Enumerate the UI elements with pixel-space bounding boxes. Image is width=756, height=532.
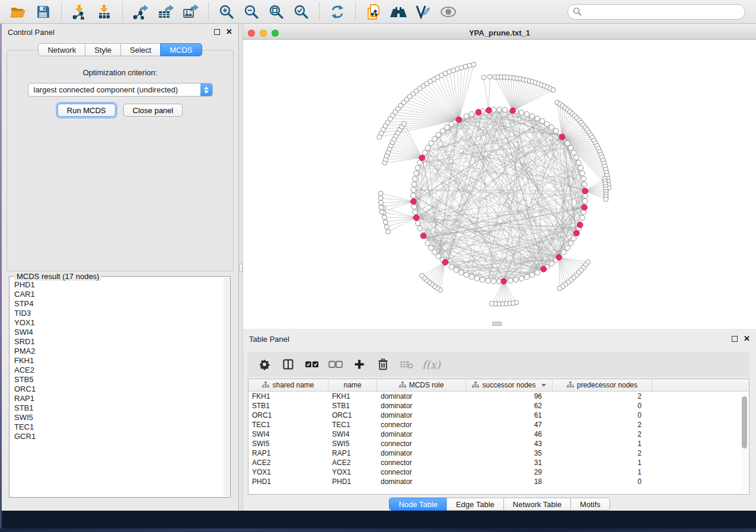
table-scrollbar-thumb[interactable] xyxy=(742,396,747,448)
satellite-node[interactable] xyxy=(378,200,383,205)
splitter-handle[interactable] xyxy=(240,264,243,272)
ring-node[interactable] xyxy=(571,150,576,155)
search-input[interactable] xyxy=(585,7,740,16)
satellite-node[interactable] xyxy=(383,220,388,225)
column-header-predecessor-nodes[interactable]: predecessor nodes xyxy=(553,379,652,391)
mcds-result-item[interactable]: STB5 xyxy=(14,375,223,384)
satellite-node[interactable] xyxy=(384,225,389,229)
ring-node[interactable] xyxy=(411,193,416,198)
mcds-result-item[interactable]: PMA2 xyxy=(14,347,223,356)
ring-node[interactable] xyxy=(464,273,469,278)
float-panel-icon[interactable] xyxy=(214,29,220,35)
unselect-all-columns-button[interactable] xyxy=(327,355,344,373)
show-columns-button[interactable] xyxy=(279,355,297,373)
ring-node[interactable] xyxy=(582,182,587,187)
column-header-shared-name[interactable]: shared name xyxy=(248,379,328,391)
ring-node[interactable] xyxy=(491,278,496,284)
close-panel-icon[interactable]: ✕ xyxy=(744,336,750,342)
ring-node[interactable] xyxy=(574,155,579,161)
satellite-node[interactable] xyxy=(419,273,424,278)
ring-node[interactable] xyxy=(469,111,474,117)
satellite-node[interactable] xyxy=(378,196,383,200)
mcds-hub-node[interactable] xyxy=(420,233,426,239)
ring-node[interactable] xyxy=(544,121,550,127)
table-row[interactable]: ACE2ACE2connector311 xyxy=(248,458,749,467)
ring-node[interactable] xyxy=(436,254,441,259)
table-row[interactable]: FKH1FKH1dominator962 xyxy=(248,392,749,401)
ring-node[interactable] xyxy=(425,241,430,246)
ring-node[interactable] xyxy=(568,145,573,150)
float-panel-icon[interactable] xyxy=(732,336,738,342)
mcds-result-item[interactable]: FKH1 xyxy=(14,356,223,366)
ring-node[interactable] xyxy=(417,226,423,231)
mcds-result-item[interactable]: TID3 xyxy=(14,309,223,318)
mcds-result-item[interactable]: STP4 xyxy=(14,299,223,309)
mcds-result-item[interactable]: ACE2 xyxy=(14,366,223,375)
column-header-successor-nodes[interactable]: successor nodes xyxy=(466,379,553,391)
tab-style[interactable]: Style xyxy=(85,43,121,56)
mcds-result-item[interactable]: CAR1 xyxy=(14,290,223,299)
ring-node[interactable] xyxy=(535,116,540,121)
ring-node[interactable] xyxy=(412,210,417,215)
ring-node[interactable] xyxy=(582,198,588,204)
sort-chevron-icon[interactable] xyxy=(541,384,546,387)
ring-node[interactable] xyxy=(432,136,438,142)
ring-node[interactable] xyxy=(562,249,567,255)
tab-edge-table[interactable]: Edge Table xyxy=(446,498,504,511)
mcds-hub-node[interactable] xyxy=(577,222,583,228)
network-overview-button[interactable] xyxy=(388,3,409,21)
ring-node[interactable] xyxy=(508,278,513,283)
save-session-button[interactable] xyxy=(33,3,53,21)
zoom-fit-button[interactable] xyxy=(266,3,286,21)
ring-node[interactable] xyxy=(415,165,420,171)
mcds-result-item[interactable]: TEC1 xyxy=(14,422,223,432)
ring-node[interactable] xyxy=(436,132,441,137)
mcds-hub-node[interactable] xyxy=(559,134,565,140)
delete-columns-button[interactable] xyxy=(374,355,392,373)
ring-node[interactable] xyxy=(502,107,508,113)
import-table-button[interactable] xyxy=(94,3,114,21)
ring-node[interactable] xyxy=(425,145,430,150)
export-table-button[interactable] xyxy=(155,3,176,21)
ring-node[interactable] xyxy=(580,215,585,220)
mcds-hub-node[interactable] xyxy=(501,278,507,284)
ring-node[interactable] xyxy=(524,274,529,280)
table-row[interactable]: TEC1TEC1connector472 xyxy=(248,420,749,430)
satellite-node[interactable] xyxy=(604,197,608,201)
satellite-node[interactable] xyxy=(378,191,383,196)
ring-node[interactable] xyxy=(513,277,519,283)
mcds-result-item[interactable]: PHD1 xyxy=(14,280,223,290)
table-row[interactable]: ORC1ORC1dominator610 xyxy=(248,411,749,420)
ring-node[interactable] xyxy=(565,245,570,251)
ring-node[interactable] xyxy=(412,176,417,181)
tab-motifs[interactable]: Motifs xyxy=(570,498,610,511)
tab-select[interactable]: Select xyxy=(120,43,161,56)
ring-node[interactable] xyxy=(497,107,502,113)
ring-node[interactable] xyxy=(449,121,454,127)
ring-node[interactable] xyxy=(549,125,554,130)
mcds-hub-node[interactable] xyxy=(574,230,580,236)
satellite-node[interactable] xyxy=(551,88,556,92)
tab-node-table[interactable]: Node Table xyxy=(389,498,447,511)
ring-node[interactable] xyxy=(449,264,454,270)
network-canvas[interactable] xyxy=(243,40,756,328)
ring-node[interactable] xyxy=(519,276,524,281)
mcds-result-item[interactable]: ORC1 xyxy=(14,384,223,394)
optimization-criterion-select[interactable]: largest connected component (undirected) xyxy=(28,83,213,97)
ring-node[interactable] xyxy=(580,171,585,176)
horizontal-splitter-handle[interactable] xyxy=(492,322,502,326)
ring-node[interactable] xyxy=(529,273,535,278)
table-row[interactable]: SWI4SWI4dominator462 xyxy=(248,430,749,439)
ring-node[interactable] xyxy=(412,204,417,210)
search-box[interactable] xyxy=(567,4,745,20)
satellite-node[interactable] xyxy=(386,229,391,234)
open-session-button[interactable] xyxy=(8,3,28,21)
satellite-node[interactable] xyxy=(382,215,387,220)
mcds-hub-node[interactable] xyxy=(541,266,547,272)
ring-node[interactable] xyxy=(553,129,559,134)
ring-node[interactable] xyxy=(412,182,417,187)
close-panel-icon[interactable]: ✕ xyxy=(226,29,232,35)
ring-node[interactable] xyxy=(576,160,582,165)
ring-node[interactable] xyxy=(432,249,438,255)
show-hide-button[interactable] xyxy=(438,3,458,21)
